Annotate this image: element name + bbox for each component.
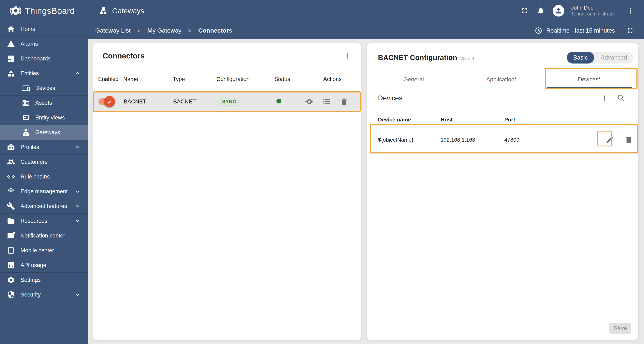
- lan-icon: [22, 128, 30, 136]
- thingsboard-logo-icon: [10, 5, 21, 16]
- brand-logo[interactable]: ThingsBoard: [0, 0, 88, 21]
- rpc-icon[interactable]: [305, 97, 314, 106]
- user-name: John Doe: [571, 4, 615, 11]
- enabled-cell: [98, 98, 124, 105]
- fullscreen-icon[interactable]: [520, 7, 529, 15]
- chevron-down-icon[interactable]: [74, 144, 81, 151]
- bacnet-config-panel: BACNET Configuration v3.7.8 Basic Advanc…: [367, 43, 638, 340]
- sidebar-item-mobile-center[interactable]: Mobile center: [0, 243, 88, 258]
- breadcrumb-bar: Gateway List > My Gateway > Connectors R…: [88, 21, 644, 39]
- config-version: v3.7.8: [460, 56, 474, 61]
- add-device-button[interactable]: [600, 93, 609, 103]
- configuration-badge[interactable]: SYNC: [217, 97, 242, 107]
- column-actions: Actions: [323, 76, 361, 82]
- sidebar-item-customers[interactable]: Customers: [0, 154, 88, 169]
- avatar[interactable]: [553, 5, 564, 16]
- view-quilt-icon: [22, 114, 30, 122]
- more-vert-icon[interactable]: [626, 7, 635, 15]
- building-icon: [22, 99, 30, 107]
- device-name-cell: ${objectName}: [378, 137, 440, 143]
- connectors-title: Connectors: [102, 52, 144, 60]
- tab-application[interactable]: Application*: [458, 71, 545, 88]
- shapes-icon: [7, 69, 15, 77]
- sidebar-item-label: Assets: [35, 100, 52, 106]
- save-button[interactable]: Save: [609, 323, 632, 334]
- breadcrumb-separator: >: [138, 27, 141, 34]
- chevron-down-icon[interactable]: [74, 217, 81, 225]
- sidebar-item-label: Settings: [20, 277, 41, 283]
- tab-general[interactable]: General: [370, 71, 458, 88]
- sidebar-item-notification-center[interactable]: Notification center: [0, 228, 88, 243]
- plus-icon: [600, 93, 609, 103]
- sidebar-item-resources[interactable]: Resources: [0, 213, 88, 228]
- sidebar-item-gateways[interactable]: Gateways: [0, 125, 88, 140]
- sidebar-item-rule-chains[interactable]: Rule chains: [0, 169, 88, 184]
- mobile-icon: [7, 246, 15, 255]
- sort-asc-icon: ↑: [140, 76, 142, 82]
- sidebar-item-assets[interactable]: Assets: [0, 95, 88, 110]
- breadcrumb-my-gateway[interactable]: My Gateway: [148, 27, 182, 34]
- folder-icon: [7, 217, 15, 225]
- breadcrumb-gateway-list[interactable]: Gateway List: [95, 27, 131, 34]
- brand-name: ThingsBoard: [25, 6, 75, 16]
- chevron-down-icon[interactable]: [74, 291, 81, 298]
- search-device-button[interactable]: [617, 93, 626, 103]
- sidebar-item-dashboards[interactable]: Dashboards: [0, 51, 88, 66]
- content: Connectors Enabled Name↑ Type Configurat…: [88, 39, 644, 344]
- search-icon: [617, 93, 626, 103]
- sidebar-item-label: API usage: [20, 262, 46, 269]
- sidebar-item-entities[interactable]: Entities: [0, 66, 88, 81]
- sidebar-item-label: Entities: [20, 70, 39, 77]
- fullscreen-icon[interactable]: [626, 27, 634, 34]
- devices-table-header: Device name Host Port: [367, 113, 638, 126]
- add-connector-button[interactable]: [343, 51, 352, 60]
- sidebar-item-label: Dashboards: [20, 55, 50, 62]
- device-host-cell: 192.168.1.168: [440, 137, 504, 143]
- bar-chart-icon: [7, 261, 15, 269]
- sidebar-item-settings[interactable]: Settings: [0, 272, 88, 287]
- mode-advanced[interactable]: Advanced: [594, 52, 634, 63]
- topbar-actions: John Doe Tenant administrator: [520, 4, 635, 17]
- sidebar-item-api-usage[interactable]: API usage: [0, 258, 88, 272]
- column-name[interactable]: Name↑: [123, 76, 173, 82]
- connector-row-bacnet[interactable]: BACNET BACNET SYNC: [93, 91, 361, 112]
- sidebar-item-label: Customers: [20, 159, 48, 165]
- timewindow: Realtime - last 15 minutes: [535, 27, 634, 34]
- sidebar-item-label: Advanced features: [20, 203, 67, 209]
- mode-toggle[interactable]: Basic Advanced: [567, 52, 634, 63]
- config-title: BACNET Configuration: [378, 54, 457, 62]
- sidebar-item-profiles[interactable]: Profiles: [0, 140, 88, 154]
- column-status: Status: [274, 76, 323, 82]
- enabled-toggle[interactable]: [98, 98, 114, 105]
- sidebar-item-alarms[interactable]: Alarms: [0, 36, 88, 51]
- breadcrumb-separator: >: [188, 27, 192, 34]
- column-host: Host: [440, 117, 504, 123]
- notifications-bell-icon[interactable]: [536, 7, 545, 15]
- trash-icon[interactable]: [340, 97, 348, 106]
- sidebar-item-entity-views[interactable]: Entity views: [0, 110, 88, 125]
- sidebar-item-security[interactable]: Security: [0, 287, 88, 302]
- sidebar-item-advanced-features[interactable]: Advanced features: [0, 199, 88, 213]
- sidebar-item-label: Home: [20, 26, 36, 32]
- tab-devices[interactable]: Devices*: [545, 71, 633, 88]
- pencil-icon[interactable]: [606, 136, 614, 144]
- people-icon: [7, 158, 15, 166]
- list-icon[interactable]: [322, 97, 331, 106]
- timewindow-label[interactable]: Realtime - last 15 minutes: [546, 27, 615, 34]
- connector-name: BACNET: [124, 98, 173, 105]
- sidebar-item-home[interactable]: Home: [0, 21, 88, 36]
- user-info: John Doe Tenant administrator: [571, 4, 615, 17]
- chevron-down-icon[interactable]: [74, 188, 81, 195]
- mode-basic[interactable]: Basic: [567, 52, 594, 63]
- sidebar-item-label: Resources: [20, 218, 47, 224]
- sidebar-item-devices[interactable]: Devices: [0, 81, 88, 95]
- chevron-up-icon[interactable]: [74, 70, 81, 77]
- devices-section-actions: [600, 93, 626, 103]
- chevron-down-icon[interactable]: [74, 203, 81, 210]
- topbar-section: Gateways: [99, 7, 144, 15]
- trash-icon[interactable]: [624, 136, 633, 144]
- sidebar-item-edge-management[interactable]: Edge management: [0, 184, 88, 199]
- device-row[interactable]: ${objectName} 192.168.1.168 47809: [367, 126, 638, 154]
- connectors-header: Connectors: [92, 43, 361, 60]
- column-device-name: Device name: [378, 117, 440, 123]
